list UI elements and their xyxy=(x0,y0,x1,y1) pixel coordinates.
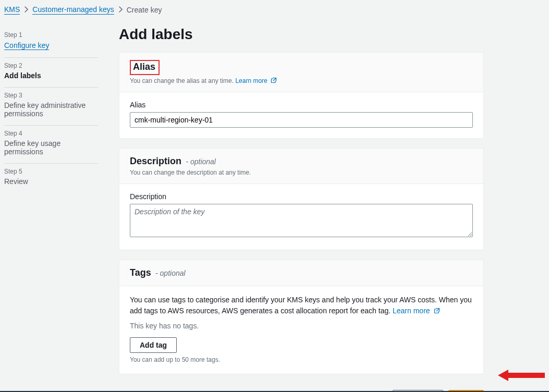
tags-learn-more-link[interactable]: Learn more xyxy=(393,307,440,315)
step-title: Review xyxy=(4,177,98,186)
tags-description: You can use tags to categorise and ident… xyxy=(130,295,473,316)
description-panel-title: Description xyxy=(130,156,181,166)
alias-learn-more-link[interactable]: Learn more xyxy=(235,77,277,84)
step-label: Step 5 xyxy=(4,168,98,175)
breadcrumb-customer-managed-keys[interactable]: Customer-managed keys xyxy=(32,5,114,15)
step-5: Step 5 Review xyxy=(4,164,98,193)
description-field-label: Description xyxy=(130,192,473,201)
breadcrumb-current: Create key xyxy=(127,6,162,14)
breadcrumb-kms[interactable]: KMS xyxy=(4,5,20,15)
step-label: Step 3 xyxy=(4,92,98,99)
no-tags-message: This key has no tags. xyxy=(130,322,473,330)
tag-limit-text: You can add up to 50 more tags. xyxy=(130,356,473,363)
step-3: Step 3 Define key administrative permiss… xyxy=(4,88,98,126)
breadcrumb: KMS Customer-managed keys Create key xyxy=(0,0,549,19)
step-2: Step 2 Add labels xyxy=(4,58,98,88)
alias-panel-title: Alias xyxy=(133,62,155,72)
description-panel: Description - optional You can change th… xyxy=(119,148,484,250)
step-1[interactable]: Step 1 Configure key xyxy=(4,27,98,58)
alias-highlight: Alias xyxy=(130,60,160,75)
chevron-right-icon xyxy=(118,6,123,14)
tags-panel: Tags - optional You can use tags to cate… xyxy=(119,260,484,374)
step-title: Define key usage permissions xyxy=(4,139,98,156)
alias-panel: Alias You can change the alias at any ti… xyxy=(119,52,484,139)
external-link-icon xyxy=(271,77,277,83)
chevron-right-icon xyxy=(24,6,28,14)
step-title: Define key administrative permissions xyxy=(4,101,98,118)
tags-panel-title: Tags xyxy=(130,267,151,278)
main-content: Add labels Alias You can change the alia… xyxy=(119,23,484,392)
description-textarea[interactable] xyxy=(130,204,473,237)
step-4: Step 4 Define key usage permissions xyxy=(4,126,98,164)
optional-label: - optional xyxy=(184,157,215,166)
step-title[interactable]: Configure key xyxy=(4,41,49,50)
step-label: Step 1 xyxy=(4,31,98,39)
page-title: Add labels xyxy=(119,26,484,43)
optional-label: - optional xyxy=(153,269,185,277)
add-tag-button[interactable]: Add tag xyxy=(130,337,177,353)
alias-field-label: Alias xyxy=(130,101,473,109)
step-title: Add labels xyxy=(4,71,98,80)
description-subtext: You can change the description at any ti… xyxy=(130,169,473,176)
wizard-steps: Step 1 Configure key Step 2 Add labels S… xyxy=(4,23,98,392)
step-label: Step 4 xyxy=(4,130,98,137)
alias-subtext: You can change the alias at any time. Le… xyxy=(130,77,473,84)
alias-input[interactable] xyxy=(130,112,473,128)
external-link-icon xyxy=(434,306,440,312)
step-label: Step 2 xyxy=(4,62,98,69)
